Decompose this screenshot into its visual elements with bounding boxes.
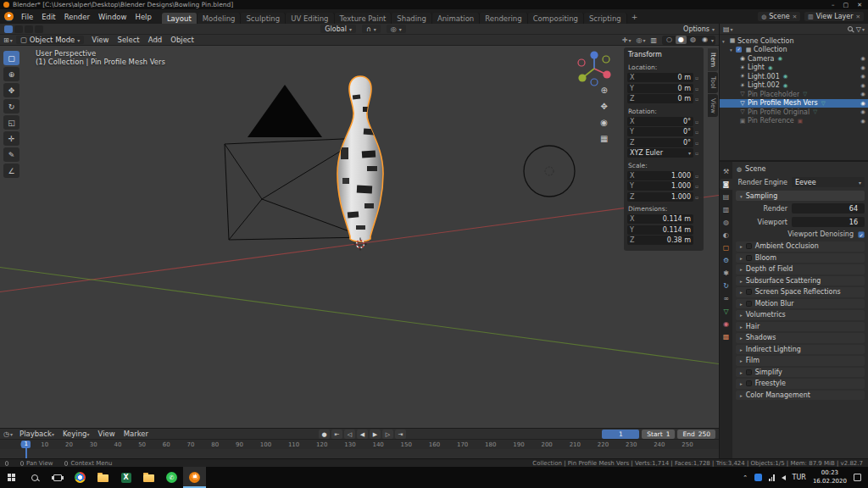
measure-tool[interactable]: ∠: [3, 164, 19, 178]
play-reverse-button[interactable]: ◀: [357, 430, 368, 439]
next-keyframe-button[interactable]: ▷: [382, 430, 393, 439]
transform-tool[interactable]: ✛: [3, 131, 19, 146]
viewport-samples-input[interactable]: 16: [792, 217, 865, 227]
frame-start-field[interactable]: Start 1: [642, 430, 675, 439]
properties-section-header[interactable]: Indirect Lighting: [736, 345, 865, 355]
blender-logo-icon[interactable]: [4, 12, 14, 21]
select-box-tool[interactable]: ▢: [3, 51, 19, 65]
notification-center-icon[interactable]: [854, 474, 861, 481]
location-input[interactable]: X 0 m: [627, 73, 693, 82]
collection-checkbox[interactable]: [736, 47, 742, 53]
properties-section-header[interactable]: Motion Blur: [736, 299, 865, 309]
dimension-input[interactable]: X 0.114 m: [627, 214, 693, 224]
sampling-section-header[interactable]: Sampling: [736, 191, 865, 201]
modifiers-tab[interactable]: ⚙: [720, 255, 732, 266]
viewport-menu-item[interactable]: Object: [166, 35, 198, 45]
view-layer-tab[interactable]: ▥: [720, 204, 732, 215]
scene-selector[interactable]: ◍ Scene ✕: [758, 12, 800, 21]
frame-end-field[interactable]: End 250: [677, 430, 715, 439]
properties-section-header[interactable]: Volumetrics: [736, 310, 865, 320]
editor-type-timeline-icon[interactable]: ◷: [3, 430, 13, 438]
viewport-menu-item[interactable]: Select: [113, 35, 143, 45]
section-enable-checkbox[interactable]: [746, 289, 752, 295]
particles-tab[interactable]: ✱: [720, 268, 732, 279]
viewport-denoising-checkbox[interactable]: [858, 231, 865, 238]
object-tab[interactable]: ▢: [720, 242, 732, 253]
texture-tab[interactable]: ▩: [720, 331, 732, 342]
render-engine-select[interactable]: Eevee: [792, 177, 865, 187]
workspace-tab[interactable]: Rendering: [480, 13, 527, 24]
rotate-tool[interactable]: ↻: [3, 99, 19, 114]
start-button[interactable]: [0, 467, 23, 488]
cursor-tool[interactable]: ⊕: [3, 67, 19, 81]
transform-orientation-select[interactable]: Global: [320, 25, 356, 33]
lock-icon[interactable]: [693, 75, 700, 80]
sidebar-tab[interactable]: Item: [708, 48, 718, 71]
view-layer-selector[interactable]: ▥ View Layer ✕: [804, 12, 864, 21]
properties-section-header[interactable]: Hair: [736, 322, 865, 332]
playhead-badge[interactable]: 1: [21, 441, 31, 448]
location-input[interactable]: Z 0 m: [627, 94, 693, 103]
location-input[interactable]: Y 0 m: [627, 84, 693, 93]
outliner-row-collection[interactable]: ▦ Collection: [720, 46, 868, 55]
lock-icon[interactable]: [693, 150, 700, 156]
tray-expand-icon[interactable]: ⌃: [743, 474, 748, 481]
playhead-line[interactable]: [25, 448, 27, 458]
menu-item[interactable]: Render: [60, 12, 94, 22]
3d-viewport[interactable]: User Perspective (1) Collection | Pin Pr…: [0, 46, 719, 428]
sidebar-tab[interactable]: View: [708, 94, 718, 118]
timeline-menu-item[interactable]: View: [94, 429, 120, 439]
file-explorer-button[interactable]: [92, 467, 114, 488]
outliner-row-scene-collection[interactable]: ▦ Scene Collection: [720, 36, 868, 46]
viewport-canvas[interactable]: [0, 46, 719, 428]
solid-shading-button[interactable]: ●: [676, 36, 687, 44]
navigation-gizmo[interactable]: [578, 51, 611, 86]
reference-circle-object[interactable]: [524, 146, 575, 197]
blender-taskbar-button[interactable]: [183, 467, 206, 488]
network-icon[interactable]: [769, 474, 775, 481]
play-button[interactable]: ▶: [370, 430, 381, 439]
section-enable-checkbox[interactable]: [746, 301, 752, 307]
scale-input[interactable]: Z 1.000: [627, 192, 693, 202]
menu-item[interactable]: Edit: [37, 12, 59, 22]
hide-viewport-icon[interactable]: ◉: [860, 118, 865, 125]
select-mode-new-button[interactable]: [4, 25, 13, 33]
menu-item[interactable]: File: [17, 12, 37, 22]
outliner-row-pin-profile-original[interactable]: ▽ Pin Profile Original ▽ ◉: [720, 108, 868, 117]
title-bar[interactable]: Blender* [C:\Users\alper\Desktop\Blender…: [0, 0, 868, 9]
workspace-tab[interactable]: Layout: [162, 13, 198, 24]
menu-item[interactable]: Help: [131, 12, 155, 22]
timeline-menu-item[interactable]: Marker: [120, 429, 153, 439]
move-tool[interactable]: ✥: [3, 83, 19, 97]
tool-tab[interactable]: ⚒: [720, 166, 732, 177]
hide-viewport-icon[interactable]: ◉: [860, 108, 865, 115]
workspace-tab[interactable]: Compositing: [528, 13, 584, 24]
disclosure-icon[interactable]: [730, 46, 736, 53]
properties-section-header[interactable]: Ambient Occlusion: [736, 241, 865, 252]
volume-icon[interactable]: [782, 475, 786, 480]
section-enable-checkbox[interactable]: [746, 255, 752, 261]
camera-view-icon[interactable]: ◉: [600, 117, 608, 128]
ortho-toggle-icon[interactable]: ▦: [600, 133, 608, 144]
whatsapp-taskbar-button[interactable]: ✆: [160, 467, 183, 488]
xray-toggle[interactable]: ▥: [650, 36, 657, 44]
hide-viewport-icon[interactable]: ◉: [860, 100, 865, 107]
add-workspace-button[interactable]: +: [627, 13, 643, 21]
rotation-input[interactable]: Y 0°: [627, 127, 693, 136]
bowling-pin-object[interactable]: [337, 76, 383, 241]
rotation-input[interactable]: Z 0°: [627, 138, 693, 147]
workspace-tab[interactable]: Shading: [392, 13, 432, 24]
lock-icon[interactable]: [693, 86, 700, 92]
editor-type-outliner-icon[interactable]: ▤: [723, 25, 733, 33]
pan-hand-icon[interactable]: ✥: [600, 101, 608, 112]
section-enable-checkbox[interactable]: [746, 380, 752, 386]
workspace-tab[interactable]: Sculpting: [241, 13, 286, 24]
hide-viewport-icon[interactable]: ◉: [860, 73, 865, 80]
select-mode-subtract-button[interactable]: [25, 25, 33, 33]
zoom-icon[interactable]: ⊕: [600, 85, 608, 96]
render-tab[interactable]: ◙: [720, 179, 732, 190]
properties-section-header[interactable]: Bloom: [736, 253, 865, 263]
properties-section-header[interactable]: Film: [736, 356, 865, 366]
search-button[interactable]: [23, 467, 46, 488]
outliner-row-pin-reference[interactable]: ▣ Pin Reference ▣ ◉: [720, 117, 868, 126]
